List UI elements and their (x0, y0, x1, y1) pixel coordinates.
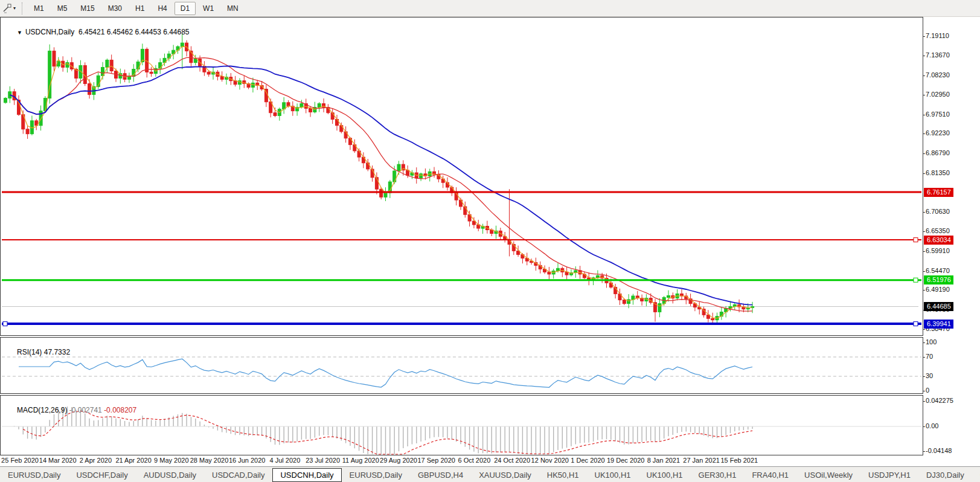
price-tick: 6.70630 (926, 208, 950, 215)
level-badge-6.63034: 6.63034 (924, 236, 953, 245)
macd-tick: -0.04148 (926, 447, 952, 454)
price-tick: 6.59910 (926, 247, 950, 254)
chart-tab-bar: EURUSD,DailyUSDCHF,DailyAUDUSD,DailyUSDC… (0, 466, 980, 482)
level-badge-6.51976: 6.51976 (924, 275, 953, 284)
rsi-tick: 30 (926, 372, 933, 379)
ma-mid-line (10, 57, 752, 311)
date-label: 8 Jan 2021 (647, 457, 680, 464)
date-label: 28 May 2020 (190, 457, 229, 464)
tab-usdcnh-daily[interactable]: USDCNH,Daily (272, 468, 341, 482)
symbol-label: USDCNH,Daily (25, 28, 74, 36)
rsi-label: RSI(14) 47.7332 (5, 339, 70, 365)
price-chart-pane[interactable]: ▼USDCNH,Daily 6.45421 6.45462 6.44453 6.… (0, 17, 923, 336)
high-value: 6.45462 (107, 28, 133, 36)
price-tick: 6.81350 (926, 169, 950, 176)
candlestick-chart[interactable] (1, 18, 923, 335)
macd-tick: 0.00 (926, 422, 938, 429)
macd-tick: 0.042275 (926, 397, 953, 404)
level-badge-6.76157: 6.76157 (924, 188, 953, 197)
price-tick: 7.02950 (926, 91, 950, 98)
rsi-tick: 0 (926, 387, 929, 394)
rsi-tick: 100 (926, 338, 937, 345)
tab-fra40-h1[interactable]: FRA40,H1 (744, 469, 796, 481)
date-label: 16 Jun 2020 (229, 457, 266, 464)
date-label: 15 Feb 2021 (720, 457, 758, 464)
macd-signal-value: -0.008207 (104, 406, 136, 414)
rsi-line (19, 359, 752, 387)
date-label: 25 Feb 2020 (1, 457, 39, 464)
collapse-icon[interactable]: ▼ (17, 30, 22, 36)
macd-label: MACD(12,26,9) -0.002741 -0.008207 (5, 397, 136, 423)
timeframe-toolbar: ▾ M1M5M15M30H1H4D1W1MN (0, 0, 980, 17)
tab-eurusd-daily[interactable]: EURUSD,Daily (0, 469, 68, 481)
hline-handle-right[interactable] (914, 278, 918, 282)
timeframe-h4[interactable]: H4 (152, 2, 173, 15)
rsi-value: 47.7332 (44, 348, 70, 356)
toolbar-grip (22, 2, 22, 14)
timeframe-w1[interactable]: W1 (197, 2, 220, 15)
timeframe-mn[interactable]: MN (221, 2, 245, 15)
price-tick: 6.92230 (926, 129, 950, 137)
price-tick: 6.97510 (926, 111, 950, 118)
date-label: 4 Jul 2020 (270, 457, 301, 464)
timeframe-m30[interactable]: M30 (102, 2, 128, 15)
chart-ohlc-title: ▼USDCNH,Daily 6.45421 6.45462 6.44453 6.… (5, 19, 190, 45)
rsi-tick: 70 (926, 353, 933, 360)
tab-usoil-weekly[interactable]: USOil,Weekly (796, 469, 860, 481)
date-label: 2 Apr 2020 (80, 457, 112, 464)
rsi-pane[interactable]: RSI(14) 47.7332 (0, 337, 923, 394)
price-tick: 7.19110 (926, 32, 949, 39)
date-axis: 25 Feb 202014 Mar 20202 Apr 202021 Apr 2… (0, 455, 923, 466)
low-value: 6.44453 (135, 28, 161, 36)
date-label: 14 Mar 2020 (39, 457, 77, 464)
tab-audusd-daily[interactable]: AUDUSD,Daily (136, 469, 204, 481)
date-label: 6 Oct 2020 (458, 457, 490, 464)
tab-eurusd-daily[interactable]: EURUSD,Daily (342, 469, 410, 481)
macd-chart[interactable] (1, 396, 923, 455)
price-tick: 7.08230 (926, 71, 950, 79)
date-label: 1 Dec 2020 (571, 457, 604, 464)
tab-uk100-h1[interactable]: UK100,H1 (639, 469, 691, 481)
tab-uk100-h1[interactable]: UK100,H1 (587, 469, 639, 481)
date-label: 9 May 2020 (154, 457, 188, 464)
timeframe-h1[interactable]: H1 (129, 2, 150, 15)
tab-usdcad-daily[interactable]: USDCAD,Daily (204, 469, 272, 481)
date-label: 21 Apr 2020 (115, 457, 151, 464)
tab-usdchf-daily[interactable]: USDCHF,Daily (68, 469, 135, 481)
hline-handle-right[interactable] (914, 322, 918, 326)
timeframe-m5[interactable]: M5 (51, 2, 74, 15)
timeframe-d1[interactable]: D1 (175, 2, 196, 15)
cursor-tool-icon[interactable] (1, 3, 13, 14)
tab-usdjpy-h1[interactable]: USDJPY,H1 (860, 469, 918, 481)
level-badge-6.39941: 6.39941 (924, 320, 953, 329)
date-label: 17 Sep 2020 (417, 457, 455, 464)
current-price-badge: 6.44685 (924, 302, 953, 311)
ma-slow-line (10, 66, 752, 304)
price-axis: 7.191107.136707.082307.029506.975106.922… (923, 0, 980, 466)
date-label: 11 Aug 2020 (342, 457, 379, 464)
date-label: 19 Dec 2020 (607, 457, 644, 464)
price-tick: 7.13670 (926, 51, 950, 59)
date-label: 27 Jan 2021 (683, 457, 720, 464)
timeframe-m1[interactable]: M1 (28, 2, 50, 15)
price-tick: 6.86790 (926, 149, 950, 156)
tab-china300-h1[interactable]: CHINA300,H1 (972, 469, 980, 481)
macd-pane[interactable]: MACD(12,26,9) -0.002741 -0.008207 (0, 395, 923, 455)
tab-gbpusd-h4[interactable]: GBPUSD,H4 (410, 469, 471, 481)
hline-handle-left[interactable] (3, 322, 7, 326)
tab-dj30-daily[interactable]: DJ30,Daily (918, 469, 972, 481)
tab-ger30-h1[interactable]: GER30,H1 (691, 469, 745, 481)
tab-xauusd-daily[interactable]: XAUUSD,Daily (471, 469, 539, 481)
cursor-tool-caret-icon[interactable]: ▾ (13, 5, 16, 11)
price-tick: 6.65350 (926, 227, 950, 234)
timeframe-m15[interactable]: M15 (74, 2, 100, 15)
tab-hk50-h1[interactable]: HK50,H1 (539, 469, 587, 481)
date-label: 29 Aug 2020 (380, 457, 417, 464)
price-tick: 6.54470 (926, 267, 950, 274)
close-value: 6.44685 (163, 28, 189, 36)
rsi-chart[interactable] (1, 338, 923, 393)
hline-handle-right[interactable] (914, 238, 918, 242)
macd-main-value: -0.002741 (69, 406, 102, 414)
price-tick: 6.49190 (926, 286, 950, 293)
date-label: 23 Jul 2020 (306, 457, 340, 464)
